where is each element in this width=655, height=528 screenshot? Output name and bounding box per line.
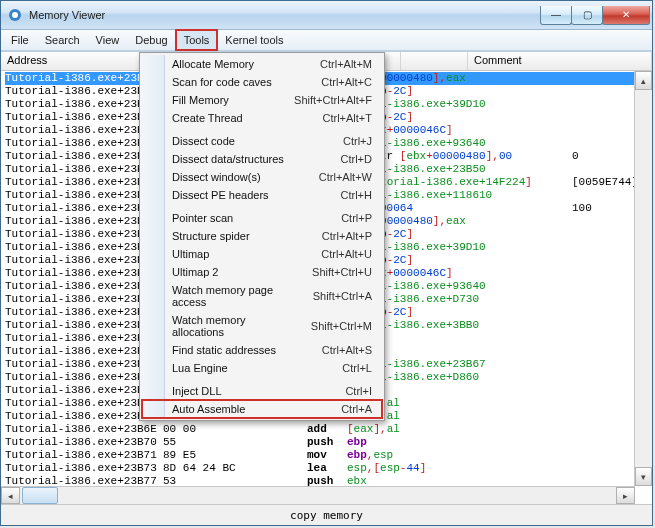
tools-dropdown: Allocate MemoryCtrl+Alt+MScan for code c… <box>139 52 385 421</box>
scroll-left-button[interactable]: ◂ <box>1 487 20 504</box>
column-comment[interactable]: Comment <box>468 52 652 70</box>
title-bar: Memory Viewer — ▢ ✕ <box>1 1 652 30</box>
menu-kernel-tools[interactable]: Kernel tools <box>217 30 291 50</box>
menu-item-watch-memory-allocations[interactable]: Watch memory allocationsShift+Ctrl+M <box>142 311 382 341</box>
menu-item-fill-memory[interactable]: Fill MemoryShift+Ctrl+Alt+F <box>142 91 382 109</box>
menu-item-allocate-memory[interactable]: Allocate MemoryCtrl+Alt+M <box>142 55 382 73</box>
column-opcode[interactable] <box>401 52 468 70</box>
content-area: Address 300 Comment Tutorial-i386.exe+23… <box>1 51 652 504</box>
scroll-down-button[interactable]: ▾ <box>635 467 652 486</box>
menu-item-scan-for-code-caves[interactable]: Scan for code cavesCtrl+Alt+C <box>142 73 382 91</box>
menu-item-dissect-data-structures[interactable]: Dissect data/structuresCtrl+D <box>142 150 382 168</box>
menu-item-structure-spider[interactable]: Structure spiderCtrl+Alt+P <box>142 227 382 245</box>
instruction-row[interactable]: Tutorial-i386.exe+23B7055pushebp <box>5 436 652 449</box>
maximize-button[interactable]: ▢ <box>571 6 603 25</box>
scroll-thumb[interactable] <box>22 487 58 504</box>
menu-item-find-static-addresses[interactable]: Find static addressesCtrl+Alt+S <box>142 341 382 359</box>
menu-item-inject-dll[interactable]: Inject DLLCtrl+I <box>142 382 382 400</box>
menu-search[interactable]: Search <box>37 30 88 50</box>
instruction-row[interactable]: Tutorial-i386.exe+23B738D 64 24 BCleaesp… <box>5 462 652 475</box>
horizontal-scrollbar[interactable]: ◂ ▸ <box>1 486 635 504</box>
app-icon <box>7 7 23 23</box>
scroll-up-button[interactable]: ▴ <box>635 71 652 90</box>
menu-view[interactable]: View <box>88 30 128 50</box>
menu-item-ultimap-2[interactable]: Ultimap 2Shift+Ctrl+U <box>142 263 382 281</box>
menu-item-ultimap[interactable]: UltimapCtrl+Alt+U <box>142 245 382 263</box>
menu-tools[interactable]: Tools <box>176 30 218 50</box>
status-text: copy memory <box>290 509 363 522</box>
menu-item-pointer-scan[interactable]: Pointer scanCtrl+P <box>142 209 382 227</box>
scroll-right-button[interactable]: ▸ <box>616 487 635 504</box>
menu-debug[interactable]: Debug <box>127 30 175 50</box>
menu-file[interactable]: File <box>3 30 37 50</box>
window-buttons: — ▢ ✕ <box>541 6 652 25</box>
window-title: Memory Viewer <box>29 9 105 21</box>
menu-item-watch-memory-page-access[interactable]: Watch memory page accessShift+Ctrl+A <box>142 281 382 311</box>
memory-viewer-window: Memory Viewer — ▢ ✕ FileSearchViewDebugT… <box>0 0 653 526</box>
scroll-track[interactable] <box>635 90 652 467</box>
status-bar: copy memory <box>1 504 652 525</box>
close-button[interactable]: ✕ <box>602 6 650 25</box>
svg-point-1 <box>12 12 18 18</box>
instruction-row[interactable]: Tutorial-i386.exe+23B6E00 00add[eax],al <box>5 423 652 436</box>
menu-item-dissect-window-s-[interactable]: Dissect window(s)Ctrl+Alt+W <box>142 168 382 186</box>
vertical-scrollbar[interactable]: ▴ ▾ <box>634 71 652 486</box>
menu-item-dissect-pe-headers[interactable]: Dissect PE headersCtrl+H <box>142 186 382 204</box>
menu-item-create-thread[interactable]: Create ThreadCtrl+Alt+T <box>142 109 382 127</box>
menu-item-auto-assemble[interactable]: Auto AssembleCtrl+A <box>142 400 382 418</box>
minimize-button[interactable]: — <box>540 6 572 25</box>
menu-item-lua-engine[interactable]: Lua EngineCtrl+L <box>142 359 382 377</box>
menu-bar: FileSearchViewDebugToolsKernel tools <box>1 30 652 51</box>
instruction-row[interactable]: Tutorial-i386.exe+23B7189 E5movebp,esp <box>5 449 652 462</box>
menu-item-dissect-code[interactable]: Dissect codeCtrl+J <box>142 132 382 150</box>
